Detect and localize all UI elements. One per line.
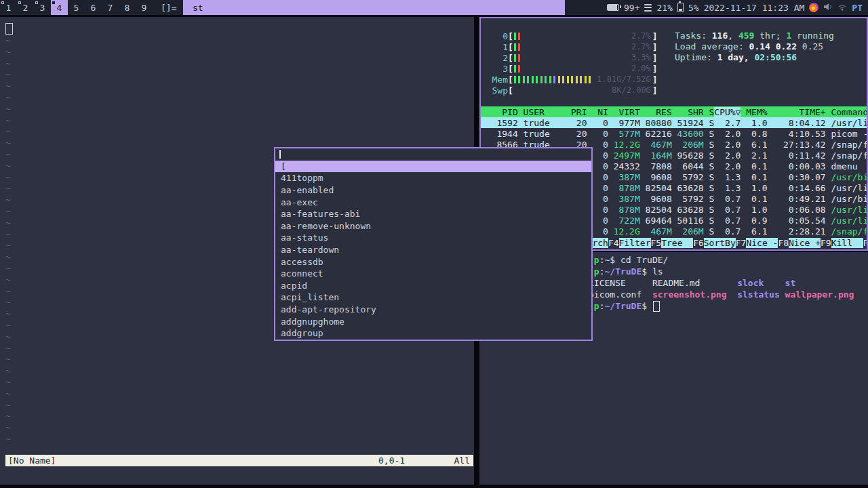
meter-1: 1[2.7%] <box>485 41 658 52</box>
workspace-tag-5[interactable]: 5 <box>68 0 85 15</box>
app-launcher-window[interactable]: [411toppmaa-enabledaa-execaa-features-ab… <box>274 147 593 341</box>
tilde-line: ~ <box>5 58 11 70</box>
tilde-line: ~ <box>5 149 11 161</box>
battery-value: 99+ <box>624 3 639 13</box>
launcher-item[interactable]: aa-exec <box>275 196 591 208</box>
column-header-time[interactable]: TIME+ <box>768 107 826 117</box>
launcher-item[interactable]: addgroup <box>275 327 591 340</box>
tilde-line: ~ <box>5 320 11 331</box>
tilde-line: ~ <box>5 195 11 206</box>
column-header-res[interactable]: RES <box>640 107 672 117</box>
tilde-line: ~ <box>5 365 11 377</box>
tilde-line: ~ <box>5 172 11 184</box>
temperature-value: 5% <box>688 3 699 13</box>
workspace-tag-8[interactable]: 8 <box>119 0 136 15</box>
fkey-f5[interactable]: F5Tree <box>651 238 694 249</box>
workspace-tag-9[interactable]: 9 <box>136 0 153 15</box>
status-bar: 123456789 []= st 99+ 21% 5% 2022-11-17 1… <box>0 0 868 15</box>
column-header-pri[interactable]: PRI <box>560 107 587 117</box>
tilde-line: ~ <box>5 115 11 127</box>
launcher-input[interactable] <box>275 148 591 161</box>
launcher-item[interactable]: accessdb <box>275 256 591 268</box>
launcher-item[interactable]: [ <box>275 161 591 173</box>
launcher-item[interactable]: aconnect <box>275 268 591 280</box>
text-cursor <box>279 150 281 159</box>
tilde-line: ~ <box>5 92 11 104</box>
battery-icon <box>607 4 619 11</box>
layout-indicator[interactable]: []= <box>157 0 180 15</box>
tilde-line: ~ <box>5 138 11 149</box>
launcher-item[interactable]: add-apt-repository <box>275 304 591 316</box>
fkey-f7[interactable]: F7Nice - <box>736 238 778 249</box>
datetime: 2022-11-17 11:23 AM <box>704 3 805 13</box>
launcher-item[interactable]: acpi_listen <box>275 291 591 304</box>
fkey-f10[interactable]: F10Quit <box>863 238 867 249</box>
tilde-line: ~ <box>5 434 11 445</box>
column-header-pid[interactable]: PID <box>481 107 518 117</box>
column-header-s[interactable]: S <box>704 107 715 117</box>
workspace-tag-3[interactable]: 3 <box>34 0 51 15</box>
column-header-ni[interactable]: NI <box>587 107 608 117</box>
process-row[interactable]: 1592trude200977M8088051924S2.71.08:04.12… <box>481 117 867 128</box>
column-header-user[interactable]: USER <box>518 107 561 117</box>
workspace-tag-6[interactable]: 6 <box>85 0 102 15</box>
workspace-tag-2[interactable]: 2 <box>17 0 34 15</box>
launcher-item[interactable]: 411toppm <box>275 172 591 184</box>
meter-3: 3[2.0%] <box>485 63 658 74</box>
system-info-line: Uptime: 1 day, 02:50:56 <box>675 52 834 63</box>
meter-0: 0[2.7%] <box>485 30 658 41</box>
tag-client-indicator <box>52 1 55 4</box>
tilde-line: ~ <box>5 47 11 58</box>
launcher-item[interactable]: addgnupghome <box>275 315 591 327</box>
launcher-item[interactable]: aa-status <box>275 232 591 244</box>
column-header-shr[interactable]: SHR <box>672 107 704 117</box>
tilde-line: ~ <box>5 377 11 388</box>
launcher-item[interactable]: aa-enabled <box>275 184 591 197</box>
storage-icon <box>644 4 652 12</box>
fkey-f4[interactable]: F4Filter <box>608 238 651 249</box>
column-header-cpu[interactable]: CPU%▽ <box>714 107 741 117</box>
column-header-cmd[interactable]: Command <box>826 107 867 117</box>
column-header-mem[interactable]: MEM% <box>741 107 767 117</box>
system-info-line: Tasks: 116, 459 thr; 1 running <box>675 30 834 41</box>
terminal-line: LICENSE README.md slock st <box>589 277 868 289</box>
tilde-line: ~ <box>5 331 11 343</box>
editor-statusline: [No Name] 0,0-1 All <box>5 455 473 466</box>
tilde-line: ~ <box>5 422 11 434</box>
tag-client-indicator <box>18 1 21 4</box>
window-title: st <box>193 3 203 13</box>
tilde-line: ~ <box>5 286 11 298</box>
launcher-item[interactable]: acpid <box>275 280 591 292</box>
tilde-line: ~ <box>5 161 11 172</box>
keyboard-layout-indicator[interactable]: PT <box>852 3 863 13</box>
terminal-line: p:~/TruDE$ <box>589 300 868 312</box>
launcher-item[interactable]: aa-features-abi <box>275 208 591 220</box>
workspace-tag-4[interactable]: 4 <box>51 0 68 15</box>
terminal-line: picom.conf screenshot.png slstatus wallp… <box>589 289 868 300</box>
workspace-tag-7[interactable]: 7 <box>102 0 119 15</box>
tilde-line: ~ <box>5 411 11 422</box>
terminal-output: p:~$ cd TruDE/ p:~/TruDE$ lsLICENSE READ… <box>589 254 868 312</box>
terminal-line: p:~/TruDE$ ls <box>589 266 868 277</box>
fkey-f8[interactable]: F8Nice + <box>778 238 821 249</box>
process-row[interactable]: 1944trude200577M6221643600S2.00.84:10.53… <box>481 128 867 139</box>
workspace-tag-1[interactable]: 1 <box>0 0 17 15</box>
column-header-virt[interactable]: VIRT <box>608 107 640 117</box>
tilde-line: ~ <box>5 388 11 400</box>
fkey-f6[interactable]: F6SortBy <box>693 238 736 249</box>
thermometer-icon <box>677 3 684 12</box>
editor-cursor <box>5 23 13 35</box>
tilde-line: ~ <box>5 229 11 241</box>
wifi-icon <box>837 3 847 13</box>
terminal-line: p:~$ cd TruDE/ <box>589 254 868 266</box>
process-table-header[interactable]: PIDUSERPRINIVIRTRESSHRSCPU%▽MEM%TIME+Com… <box>481 106 867 117</box>
statusline-filename: [No Name] <box>8 455 56 466</box>
tilde-line: ~ <box>5 240 11 251</box>
tilde-line: ~ <box>5 274 11 286</box>
fkey-f9[interactable]: F9Kill <box>821 238 863 249</box>
launcher-item[interactable]: aa-teardown <box>275 244 591 256</box>
tilde-line: ~ <box>5 183 11 195</box>
launcher-item[interactable]: aa-remove-unknown <box>275 220 591 232</box>
terminal-cursor <box>653 301 660 312</box>
window-title-segment: st <box>183 0 565 15</box>
